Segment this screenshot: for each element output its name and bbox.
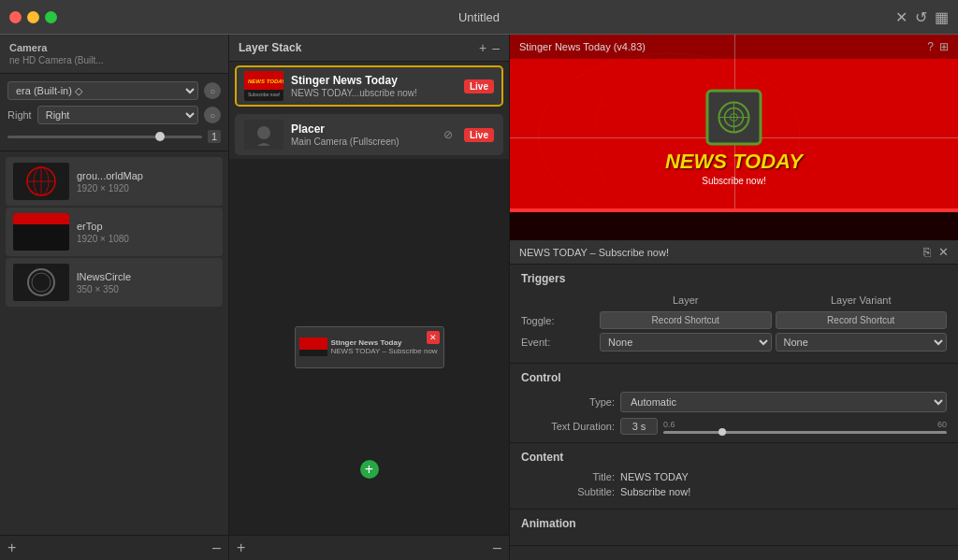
- content-section: Content Title: NEWS TODAY Subtitle: Subs…: [510, 443, 958, 510]
- svg-rect-16: [299, 337, 327, 350]
- list-item[interactable]: lNewsCircle 350 × 350: [6, 258, 223, 307]
- add-canvas-footer-button[interactable]: +: [237, 539, 245, 556]
- list-item[interactable]: erTop 1920 × 1080: [6, 208, 223, 256]
- camera-dropdown-row: era (Built-in) ◇ ○: [7, 81, 221, 100]
- type-select[interactable]: Automatic Manual: [620, 392, 947, 412]
- remove-layer-stack-button[interactable]: –: [492, 40, 500, 55]
- left-panel-footer: + –: [0, 535, 228, 560]
- placer-icon: ⊘: [443, 128, 453, 141]
- camera-title: Camera: [9, 42, 219, 53]
- content-title-value: NEWS TODAY: [620, 471, 947, 482]
- remove-canvas-footer-button[interactable]: –: [493, 539, 501, 556]
- titlebar-toolbar: ✕ ↺ ▦: [895, 8, 949, 26]
- news-content: NEWS TODAY Subscribe now!: [665, 90, 803, 186]
- canvas-add-button[interactable]: +: [360, 460, 379, 479]
- type-row: Type: Automatic Manual: [521, 392, 947, 412]
- preview-area: Stinger News Today (v4.83) ? ⊞ NEW: [510, 35, 958, 240]
- right-select[interactable]: Right: [37, 106, 198, 124]
- news-logo: [706, 90, 762, 146]
- toggle-layer-shortcut-btn[interactable]: Record Shortcut: [600, 311, 772, 329]
- triggers-title: Triggers: [521, 272, 947, 285]
- main-content: Camera ne HD Camera (Built... era (Built…: [0, 35, 958, 560]
- trigger-event-row: Event: None Won None: [521, 333, 947, 352]
- remove-layer-button[interactable]: –: [212, 539, 221, 556]
- right-circle-btn[interactable]: ○: [204, 107, 221, 123]
- type-label: Type:: [521, 396, 615, 408]
- mini-text: Stinger News Today NEWS TODAY – Subscrib…: [331, 338, 438, 355]
- triggers-section: Triggers Layer Layer Variant Toggle: Rec…: [510, 265, 958, 364]
- add-layer-button[interactable]: +: [7, 539, 16, 556]
- event-layer-select[interactable]: None Won: [600, 333, 772, 352]
- triggers-header-row: Layer Layer Variant: [521, 293, 947, 308]
- duration-value: 3 s: [620, 418, 658, 435]
- thumb-ertop: [13, 213, 69, 251]
- layer-stack-header: Layer Stack + –: [229, 35, 509, 62]
- window-title: Untitled: [458, 10, 500, 24]
- layer-stinger[interactable]: NEWS TODAY Subscribe now! Stinger News T…: [235, 65, 503, 107]
- stinger-layer-sub: NEWS TODAY...ubscribe now!: [291, 88, 457, 98]
- copy-icon-btn[interactable]: ⎘: [923, 245, 931, 259]
- camera-select[interactable]: era (Built-in) ◇: [7, 81, 198, 100]
- maximize-button[interactable]: [45, 11, 57, 23]
- add-layer-stack-button[interactable]: +: [479, 40, 486, 55]
- svg-rect-6: [13, 213, 69, 224]
- right-label: Right: [7, 109, 32, 121]
- thumb-info: lNewsCircle 350 × 350: [77, 271, 215, 294]
- event-label: Event:: [521, 337, 596, 348]
- thumb-name: erTop: [77, 221, 215, 232]
- duration-row: Text Duration: 3 s 0.6 60: [521, 418, 947, 435]
- refresh-icon-btn[interactable]: ↺: [915, 8, 927, 26]
- content-subtitle-label: Subtitle:: [521, 486, 615, 497]
- news-subtitle-text: Subscribe now!: [665, 176, 803, 186]
- thumb-name: lNewsCircle: [77, 271, 215, 282]
- mini-close-btn[interactable]: ✕: [427, 331, 440, 344]
- thumb-worldmap: [13, 163, 69, 200]
- list-item[interactable]: grou...orldMap 1920 × 1920: [6, 157, 223, 206]
- right-panel: Stinger News Today (v4.83) ? ⊞ NEW: [510, 35, 958, 560]
- stinger-layer-info: Stinger News Today NEWS TODAY...ubscribe…: [291, 74, 457, 98]
- grid-icon-btn[interactable]: ▦: [935, 8, 949, 26]
- svg-text:NEWS TODAY: NEWS TODAY: [248, 79, 283, 84]
- news-title-text: NEWS TODAY: [665, 150, 803, 174]
- minimize-button[interactable]: [27, 11, 39, 23]
- placer-live-badge: Live: [464, 128, 494, 142]
- close-icon-btn[interactable]: ✕: [895, 8, 907, 26]
- close-button[interactable]: [9, 11, 22, 23]
- duration-slider[interactable]: [663, 431, 947, 434]
- stinger-thumb: NEWS TODAY Subscribe now!: [244, 71, 283, 101]
- main-slider[interactable]: [7, 136, 202, 138]
- content-title: Content: [521, 451, 947, 464]
- titlebar: Untitled ✕ ↺ ▦: [0, 0, 958, 35]
- canvas-area: Stinger News Today NEWS TODAY – Subscrib…: [229, 159, 509, 535]
- layer-placer[interactable]: Placer Main Camera (Fullscreen) ⊘ Live: [235, 114, 503, 155]
- banner-actions: ⎘ ✕: [923, 245, 949, 259]
- mini-preview: Stinger News Today NEWS TODAY – Subscrib…: [295, 326, 444, 368]
- animation-section: Animation: [510, 510, 958, 546]
- thumbnail-grid: grou...orldMap 1920 × 1920 erTop 1920 × …: [0, 151, 228, 535]
- props-panel: NEWS TODAY – Subscribe now! ⎘ ✕ Triggers…: [510, 240, 958, 560]
- slider-value: 1: [208, 130, 221, 143]
- props-banner-text: NEWS TODAY – Subscribe now!: [519, 247, 669, 258]
- trigger-col-variant: Layer Variant: [776, 293, 948, 308]
- placer-thumb: [244, 120, 283, 150]
- trigger-toggle-row: Toggle: Record Shortcut Record Shortcut: [521, 311, 947, 329]
- placer-layer-info: Placer Main Camera (Fullscreen): [291, 122, 436, 147]
- thumb-size: 1920 × 1080: [77, 234, 215, 244]
- stinger-live-badge: Live: [464, 79, 494, 93]
- control-section: Control Type: Automatic Manual Text Dura…: [510, 364, 958, 443]
- camera-section: Camera ne HD Camera (Built...: [0, 35, 228, 74]
- mini-layer-sub: NEWS TODAY – Subscribe now: [331, 347, 438, 355]
- left-panel: Camera ne HD Camera (Built... era (Built…: [0, 35, 229, 560]
- settings-circle-btn[interactable]: ○: [204, 82, 221, 99]
- layer-stack-title: Layer Stack: [239, 41, 301, 54]
- thumb-info: grou...orldMap 1920 × 1920: [77, 170, 215, 194]
- duration-label: Text Duration:: [521, 421, 615, 432]
- toggle-variant-shortcut-btn[interactable]: Record Shortcut: [776, 311, 948, 329]
- banner-close-btn[interactable]: ✕: [938, 245, 949, 259]
- mini-thumb: [299, 337, 327, 356]
- svg-text:Subscribe now!: Subscribe now!: [248, 92, 280, 97]
- add-btn-canvas: +: [360, 460, 379, 479]
- event-variant-select[interactable]: None: [776, 333, 948, 352]
- middle-footer: + –: [229, 535, 509, 560]
- dark-stripe: [510, 212, 958, 240]
